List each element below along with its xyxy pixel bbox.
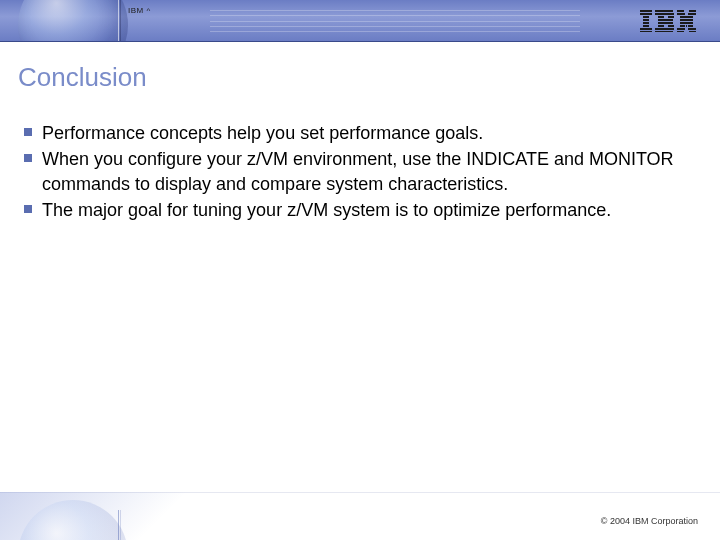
svg-rect-15 <box>668 25 674 27</box>
svg-rect-32 <box>685 16 688 18</box>
content-area: Conclusion Performance concepts help you… <box>0 42 720 492</box>
svg-rect-26 <box>680 25 685 27</box>
svg-rect-28 <box>677 28 685 30</box>
svg-rect-7 <box>640 31 652 32</box>
svg-rect-31 <box>689 31 696 32</box>
header-bar: IBM ^ <box>0 0 720 42</box>
svg-rect-3 <box>643 19 649 21</box>
svg-rect-8 <box>655 10 673 12</box>
svg-rect-33 <box>686 25 687 27</box>
globe-graphic <box>18 0 128 42</box>
footer-bar: © 2004 IBM Corporation <box>0 492 720 540</box>
svg-rect-13 <box>658 22 673 24</box>
slide: IBM ^ <box>0 0 720 540</box>
footer-divider-shadow <box>120 510 121 540</box>
ibm-logo-icon <box>640 10 696 32</box>
svg-rect-21 <box>688 13 696 15</box>
copyright-text: © 2004 IBM Corporation <box>601 516 698 526</box>
svg-rect-0 <box>640 10 652 12</box>
svg-rect-9 <box>655 13 674 15</box>
svg-rect-19 <box>689 10 696 12</box>
svg-rect-2 <box>643 16 649 18</box>
bullet-list: Performance concepts help you set perfor… <box>24 121 696 222</box>
bullet-item: The major goal for tuning your z/VM syst… <box>24 198 696 222</box>
header-divider <box>118 0 119 41</box>
svg-rect-16 <box>655 28 674 30</box>
svg-rect-14 <box>658 25 664 27</box>
svg-rect-12 <box>658 19 673 21</box>
svg-rect-24 <box>680 19 693 21</box>
header-label: IBM ^ <box>128 6 151 15</box>
svg-rect-30 <box>677 31 684 32</box>
svg-rect-29 <box>688 28 696 30</box>
svg-rect-25 <box>680 22 693 24</box>
svg-rect-18 <box>677 10 684 12</box>
bullet-item: Performance concepts help you set perfor… <box>24 121 696 145</box>
bullet-item: When you configure your z/VM environment… <box>24 147 696 196</box>
header-decor-lines <box>210 10 580 32</box>
svg-rect-27 <box>688 25 693 27</box>
slide-title: Conclusion <box>18 62 696 93</box>
svg-rect-17 <box>655 31 673 32</box>
svg-rect-6 <box>640 28 652 30</box>
svg-rect-4 <box>643 22 649 24</box>
svg-rect-10 <box>658 16 664 18</box>
svg-rect-1 <box>640 13 652 15</box>
footer-divider <box>118 510 119 540</box>
header-divider-shadow <box>120 0 121 41</box>
svg-rect-11 <box>668 16 674 18</box>
svg-rect-20 <box>677 13 685 15</box>
svg-rect-5 <box>643 25 649 27</box>
